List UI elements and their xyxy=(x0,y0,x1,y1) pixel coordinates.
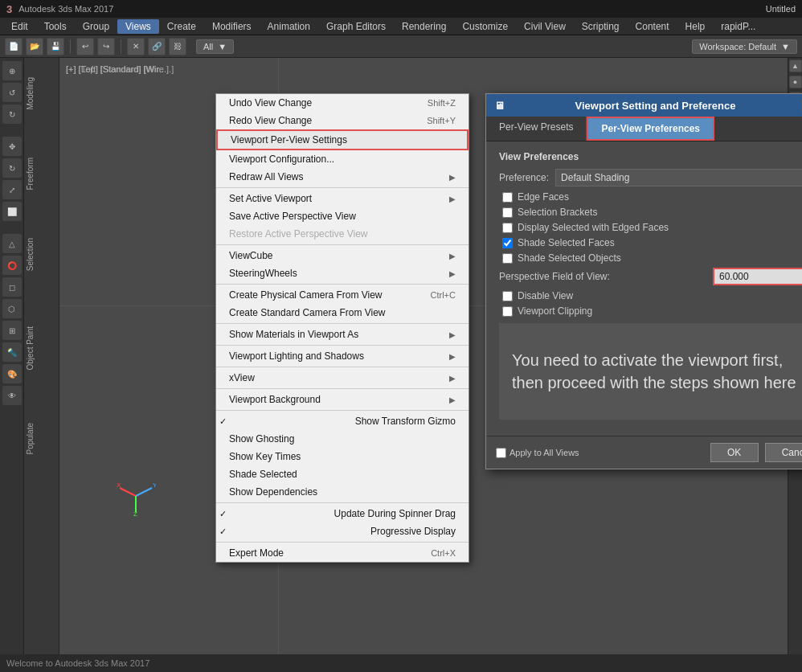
menu-item-viewport-bg[interactable]: Viewport Background ▶ xyxy=(216,391,469,408)
sep9 xyxy=(216,502,469,503)
toolbar-select[interactable]: ✕ xyxy=(127,38,145,55)
toolbar-redo[interactable]: ↪ xyxy=(97,38,115,55)
sidebar-icon-7[interactable]: ◻ xyxy=(2,277,22,297)
menu-item-redo-view[interactable]: Redo View Change Shift+Y xyxy=(216,112,469,129)
checkbox-edge-faces-input[interactable] xyxy=(502,192,513,203)
menu-item-xview[interactable]: xView ▶ xyxy=(216,369,469,387)
panel-label-modeling[interactable]: Modeling xyxy=(24,74,36,113)
toolbar-link[interactable]: 🔗 xyxy=(148,38,166,55)
viewport-config-label: Viewport Configuration... xyxy=(229,154,334,165)
sidebar-icon-5[interactable]: △ xyxy=(2,234,22,253)
menu-help[interactable]: Help xyxy=(677,19,714,34)
menu-item-expert-mode[interactable]: Expert Mode Ctrl+X xyxy=(216,544,469,562)
panel-label-freeform[interactable]: Freeform xyxy=(24,154,36,194)
checkbox-shade-selected-faces-input[interactable] xyxy=(502,238,513,248)
toolbar-save[interactable]: 💾 xyxy=(47,38,64,55)
checkbox-shade-selected-objects: Shade Selected Objects xyxy=(499,252,802,264)
menu-item-redraw[interactable]: Redraw All Views ▶ xyxy=(216,168,469,186)
filter-dropdown[interactable]: All ▼ xyxy=(196,39,234,54)
panel-label-populate[interactable]: Populate xyxy=(24,420,36,457)
filter-label: All xyxy=(203,42,213,51)
sep10 xyxy=(216,542,469,543)
checkbox-display-selected-edged-input[interactable] xyxy=(502,223,513,233)
viewport-bg-label: Viewport Background xyxy=(229,394,321,405)
toolbar-new[interactable]: 📄 xyxy=(5,38,23,55)
right-sidebar-btn1[interactable]: ▲ xyxy=(789,59,802,72)
menu-item-save-perspective[interactable]: Save Active Perspective View xyxy=(216,207,469,225)
menu-item-progressive[interactable]: Progressive Display xyxy=(216,522,469,540)
menu-item-lighting[interactable]: Viewport Lighting and Shadows ▶ xyxy=(216,347,469,365)
menu-animation[interactable]: Animation xyxy=(260,19,318,34)
sidebar-icon-11[interactable]: 🎨 xyxy=(2,364,22,383)
menu-item-transform-gizmo[interactable]: Show Transform Gizmo xyxy=(216,412,469,430)
sidebar-icon-6[interactable]: ⭕ xyxy=(2,256,22,275)
menu-civil-view[interactable]: Civil View xyxy=(516,19,574,34)
checkbox-selection-brackets-input[interactable] xyxy=(502,207,513,218)
sidebar-icon-1[interactable]: ⊕ xyxy=(2,61,22,80)
menu-item-show-deps[interactable]: Show Dependencies xyxy=(216,483,469,501)
cancel-button[interactable]: Cancel xyxy=(765,443,802,462)
menu-tools[interactable]: Tools xyxy=(36,19,75,34)
sidebar-icon-4[interactable]: ⬜ xyxy=(2,202,22,221)
preference-dropdown[interactable]: Default Shading ▼ xyxy=(555,169,802,186)
menu-item-std-camera[interactable]: Create Standard Camera From View xyxy=(216,304,469,322)
menu-item-viewcube[interactable]: ViewCube ▶ xyxy=(216,247,469,264)
menu-rendering[interactable]: Rendering xyxy=(394,19,454,34)
menu-item-steeringwheels[interactable]: SteeringWheels ▶ xyxy=(216,264,469,282)
ok-button[interactable]: OK xyxy=(710,443,759,462)
sidebar-icon-rotate[interactable]: ↻ xyxy=(2,158,22,178)
menu-item-viewport-config[interactable]: Viewport Configuration... xyxy=(216,150,469,168)
panel-label-selection[interactable]: Selection xyxy=(24,235,36,274)
menu-item-spinner-drag[interactable]: Update During Spinner Drag xyxy=(216,505,469,522)
menu-edit[interactable]: Edit xyxy=(3,19,36,34)
viewport-area[interactable]: [+] [Top] [Standard] [Wire...] [+] [Left… xyxy=(59,58,788,672)
toolbar-open[interactable]: 📂 xyxy=(26,38,43,55)
pov-input[interactable] xyxy=(713,268,802,285)
checkbox-disable-view-input[interactable] xyxy=(502,291,513,301)
sidebar-icon-move[interactable]: ✥ xyxy=(2,137,22,156)
tab-per-view-preferences[interactable]: Per-View Preferences xyxy=(587,117,714,141)
apply-all-checkbox[interactable] xyxy=(496,448,506,458)
menu-graph-editors[interactable]: Graph Editors xyxy=(318,19,394,34)
menu-item-phys-camera[interactable]: Create Physical Camera From View Ctrl+C xyxy=(216,286,469,304)
toolbar-unlink[interactable]: ⛓ xyxy=(169,38,186,55)
menu-item-undo-view[interactable]: Undo View Change Shift+Z xyxy=(216,94,469,112)
menu-customize[interactable]: Customize xyxy=(454,19,516,34)
menu-rapidp[interactable]: rapidP... xyxy=(713,19,763,34)
workspace-dropdown[interactable]: Workspace: Default ▼ xyxy=(692,39,797,54)
sidebar-icon-10[interactable]: 🔦 xyxy=(2,342,22,362)
tab-per-view-presets[interactable]: Per-View Presets xyxy=(486,117,587,141)
menu-create[interactable]: Create xyxy=(159,19,204,34)
toolbar-undo[interactable]: ↩ xyxy=(76,38,94,55)
menu-item-set-active[interactable]: Set Active Viewport ▶ xyxy=(216,190,469,207)
right-sidebar-btn2[interactable]: ● xyxy=(789,76,802,88)
set-active-label: Set Active Viewport xyxy=(229,193,312,204)
title-bar-left: 3 Autodesk 3ds Max 2017 xyxy=(6,3,113,15)
menu-content[interactable]: Content xyxy=(628,19,677,34)
redraw-arrow-icon: ▶ xyxy=(449,173,456,182)
sidebar-icon-12[interactable]: 👁 xyxy=(2,386,22,405)
set-active-arrow-icon: ▶ xyxy=(449,195,456,203)
menu-group[interactable]: Group xyxy=(75,19,117,34)
menu-item-key-times[interactable]: Show Key Times xyxy=(216,448,469,465)
checkbox-shade-selected-objects-input[interactable] xyxy=(502,253,513,264)
sidebar-icon-2[interactable]: ↺ xyxy=(2,83,22,102)
show-materials-label: Show Materials in Viewport As xyxy=(229,329,358,340)
menu-item-shade-selected[interactable]: Shade Selected xyxy=(216,465,469,483)
menu-item-ghosting[interactable]: Show Ghosting xyxy=(216,430,469,448)
checkbox-viewport-clipping-input[interactable] xyxy=(502,306,513,317)
menu-scripting[interactable]: Scripting xyxy=(574,19,628,34)
sidebar-icon-8[interactable]: ⬡ xyxy=(2,299,22,318)
restore-perspective-label: Restore Active Perspective View xyxy=(229,228,368,240)
sidebar-icon-3[interactable]: ↻ xyxy=(2,104,22,124)
menu-views[interactable]: Views xyxy=(117,19,159,34)
title-bar: 3 Autodesk 3ds Max 2017 Untitled xyxy=(0,0,802,18)
sidebar-icon-9[interactable]: ⊞ xyxy=(2,321,22,340)
std-camera-label: Create Standard Camera From View xyxy=(229,307,386,318)
menu-modifiers[interactable]: Modifiers xyxy=(204,19,260,34)
menu-item-show-materials[interactable]: Show Materials in Viewport As ▶ xyxy=(216,326,469,343)
menu-item-per-view-settings[interactable]: Viewport Per-View Settings xyxy=(216,129,469,150)
sidebar-icon-scale[interactable]: ⤢ xyxy=(2,180,22,199)
filter-value[interactable]: All ▼ xyxy=(196,39,234,54)
panel-label-object-paint[interactable]: Object Paint xyxy=(24,323,36,373)
